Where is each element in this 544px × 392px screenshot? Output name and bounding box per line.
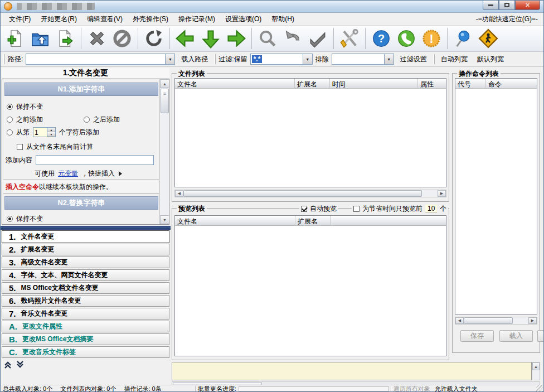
auto-column-width-button[interactable]: 自动列宽: [438, 53, 471, 66]
section-add-string[interactable]: N1.添加字符串: [4, 83, 158, 96]
undo-button[interactable]: [281, 27, 304, 50]
double-chevron-down-icon[interactable]: [16, 361, 24, 369]
category-music-filename[interactable]: 7. 音乐文件名变更: [2, 308, 169, 320]
insert-empty-command-link[interactable]: 插入空命令: [6, 182, 39, 192]
scroll-left-arrow[interactable]: ◀: [455, 317, 464, 324]
move-down-button[interactable]: [200, 27, 222, 50]
wizard-button[interactable]: [477, 27, 499, 50]
default-column-width-button[interactable]: 默认列宽: [474, 53, 507, 66]
status-traverse-option[interactable]: 遍历所有对象: [394, 385, 430, 392]
category-file-attributes[interactable]: A. 更改文件属性: [2, 321, 169, 332]
menu-file[interactable]: 文件(F): [4, 13, 36, 26]
menu-edit-view[interactable]: 编辑查看(V): [82, 13, 128, 26]
add-folder-button[interactable]: [29, 27, 51, 50]
radio-add-from-position[interactable]: 从第 1 ▲▼ 个字符后添加: [7, 128, 99, 136]
scroll-up-arrow[interactable]: ▲: [532, 362, 540, 370]
path-combobox[interactable]: ▼: [26, 54, 175, 65]
column-command[interactable]: 命令: [486, 79, 537, 88]
add-content-input[interactable]: [36, 155, 154, 165]
log-panel[interactable]: [172, 362, 532, 380]
menu-records[interactable]: 操作记录(M): [173, 13, 220, 26]
settings-tools-button[interactable]: [338, 27, 361, 50]
preview-list[interactable]: 文件名 扩展名: [174, 215, 446, 356]
insert-menu-arrow-icon[interactable]: [118, 171, 123, 176]
resize-grip[interactable]: [536, 385, 543, 392]
category-digital-photo[interactable]: 6. 数码照片文件名变更: [2, 295, 169, 307]
cropped-button[interactable]: [537, 330, 544, 342]
preview-limit-value[interactable]: 10: [425, 205, 437, 213]
scroll-left-arrow[interactable]: ◀: [175, 190, 183, 197]
delete-button[interactable]: [86, 27, 108, 50]
radio-keep-unchanged[interactable]: 保持不变: [7, 103, 43, 110]
load-commands-button[interactable]: 载入: [499, 330, 533, 342]
scrollbar-thumb[interactable]: [464, 317, 513, 324]
help-button[interactable]: ?: [370, 27, 392, 50]
pin-button[interactable]: [452, 27, 474, 50]
contact-button[interactable]: [395, 27, 417, 50]
menu-rename[interactable]: 开始更名(R): [36, 13, 82, 26]
double-chevron-up-icon[interactable]: [4, 361, 12, 369]
checkbox-preview-limit[interactable]: 为节省时间只预览前 10 个: [352, 204, 448, 214]
radio-keep-unchanged-2[interactable]: 保持不变: [7, 215, 43, 222]
category-music-tags[interactable]: C. 更改音乐文件标签: [2, 346, 169, 358]
chevron-down-icon[interactable]: ▼: [165, 54, 174, 64]
confirm-button[interactable]: [307, 27, 329, 50]
add-file-button[interactable]: [4, 27, 26, 50]
category-font-text-web[interactable]: 4. 字体、文本、网页文件名变更: [2, 269, 169, 281]
minimize-button[interactable]: [483, 1, 499, 10]
exclude-combobox[interactable]: ▼: [332, 54, 394, 65]
scroll-right-arrow[interactable]: ▶: [528, 317, 537, 324]
column-extension[interactable]: 扩展名: [295, 216, 331, 225]
load-file-button[interactable]: [54, 27, 76, 50]
position-spinner[interactable]: 1 ▲▼: [33, 127, 56, 137]
column-extension[interactable]: 扩展名: [295, 79, 330, 88]
spinner-down-icon[interactable]: ▼: [47, 132, 55, 137]
menu-options[interactable]: 设置选项(O): [220, 13, 266, 26]
move-right-button[interactable]: [225, 27, 247, 50]
chevron-down-icon[interactable]: ▼: [303, 54, 312, 64]
meta-variable-link[interactable]: 元变量: [58, 169, 78, 178]
scrollbar-thumb[interactable]: [183, 190, 422, 197]
category-office-summary[interactable]: B. 更改MS Office文档摘要: [2, 333, 169, 345]
column-filename[interactable]: 文件名: [175, 79, 295, 88]
column-code[interactable]: 代号: [455, 79, 486, 88]
maximize-button[interactable]: [499, 1, 515, 10]
left-panel-scrollbar[interactable]: ▲ ▼: [159, 79, 169, 224]
clear-button[interactable]: [111, 27, 133, 50]
spinner-up-icon[interactable]: ▲: [47, 128, 55, 132]
filter-settings-button[interactable]: 过滤设置: [397, 53, 430, 66]
filter-combobox[interactable]: *.* ▼: [250, 54, 313, 65]
move-up-button[interactable]: [174, 27, 197, 50]
log-panel-scrollbar[interactable]: ▲: [532, 362, 540, 380]
category-extension-change[interactable]: 2. 扩展名变更: [2, 244, 169, 255]
alert-button[interactable]: !: [420, 27, 443, 50]
scroll-right-arrow[interactable]: ▶: [438, 190, 446, 197]
radio-add-before[interactable]: 之前添加: [7, 115, 43, 123]
column-attributes[interactable]: 属性: [418, 79, 446, 88]
category-advanced-filename[interactable]: 3. 高级文件名变更: [2, 257, 169, 268]
load-path-button[interactable]: 载入路径: [178, 53, 211, 66]
save-commands-button[interactable]: 保存: [460, 330, 494, 342]
command-list[interactable]: 代号 命令: [455, 78, 537, 314]
scroll-up-arrow[interactable]: ▲: [160, 79, 169, 88]
category-ms-office[interactable]: 5. MS Office文档文件名变更: [2, 282, 169, 294]
file-list-hscrollbar[interactable]: ◀ ▶: [174, 190, 446, 197]
column-time[interactable]: 时间: [330, 79, 418, 88]
checkbox-count-from-end[interactable]: 从文件名末尾向前计算: [17, 143, 93, 151]
menu-shell[interactable]: 外壳操作(S): [128, 13, 173, 26]
preview-button[interactable]: [256, 27, 279, 50]
menu-quick-locate[interactable]: -=功能快速定位(G)=-: [476, 14, 540, 24]
category-filename-change[interactable]: 1. 文件名变更: [2, 230, 169, 243]
scroll-down-arrow[interactable]: ▼: [160, 215, 169, 224]
status-allow-folders-option[interactable]: 允许载入文件夹: [435, 385, 478, 392]
close-button[interactable]: ✕: [515, 1, 540, 10]
command-list-hscrollbar[interactable]: ◀ ▶: [455, 317, 537, 325]
chevron-down-icon[interactable]: ▼: [384, 54, 394, 64]
column-filename[interactable]: 文件名: [175, 216, 295, 225]
section-replace-string[interactable]: N2.替换字符串: [4, 196, 158, 210]
refresh-button[interactable]: [143, 27, 165, 50]
menu-help[interactable]: 帮助(H): [266, 13, 299, 26]
scrollbar-thumb[interactable]: [161, 89, 169, 113]
checkbox-auto-preview[interactable]: 自动预览: [299, 204, 338, 214]
radio-add-after[interactable]: 之后添加: [84, 115, 120, 123]
